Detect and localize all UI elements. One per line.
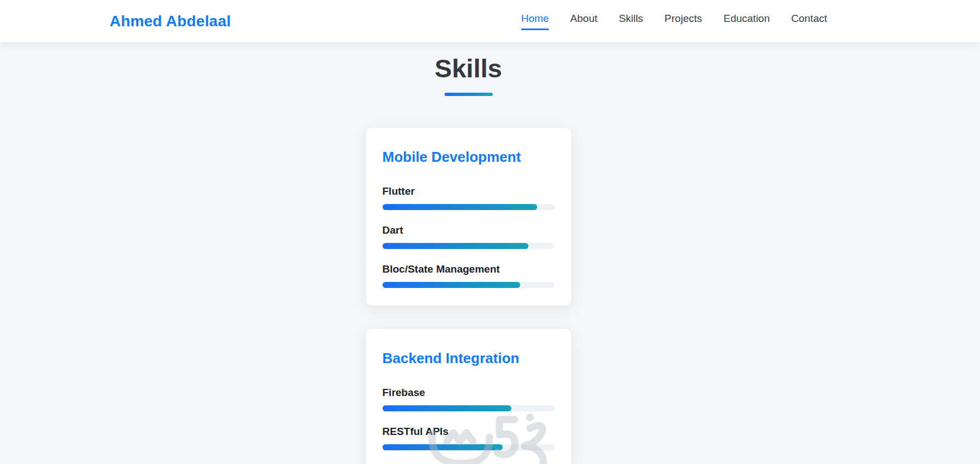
- nav-item-projects[interactable]: Projects: [664, 13, 702, 30]
- progress-fill: [383, 282, 520, 288]
- progress-track: [383, 204, 555, 210]
- header: Ahmed Abdelaal Home About Skills Project…: [0, 0, 980, 42]
- skill-row: Dart: [383, 224, 555, 249]
- progress-fill: [383, 444, 503, 450]
- main-nav: Home About Skills Projects Education Con…: [521, 13, 827, 30]
- progress-track: [383, 282, 555, 288]
- progress-fill: [383, 243, 529, 249]
- progress-fill: [383, 204, 538, 210]
- brand-logo[interactable]: Ahmed Abdelaal: [110, 13, 231, 30]
- skill-row: RESTful APIs: [383, 426, 555, 450]
- skill-label: Bloc/State Management: [383, 263, 555, 275]
- header-container: Ahmed Abdelaal Home About Skills Project…: [110, 0, 827, 42]
- skill-label: Firebase: [383, 387, 555, 399]
- skill-row: Firebase: [383, 387, 555, 411]
- nav-item-education[interactable]: Education: [723, 13, 770, 30]
- skill-label: RESTful APIs: [383, 426, 555, 438]
- nav-item-contact[interactable]: Contact: [791, 13, 827, 30]
- progress-track: [383, 405, 555, 411]
- card-title: Backend Integration: [383, 350, 555, 367]
- title-underline: [445, 93, 493, 96]
- progress-track: [383, 444, 555, 450]
- skill-row: Flutter: [383, 185, 555, 210]
- progress-track: [383, 243, 555, 249]
- skill-label: Flutter: [383, 185, 555, 197]
- progress-fill: [383, 405, 512, 411]
- skill-label: Dart: [383, 224, 555, 236]
- nav-item-home[interactable]: Home: [521, 13, 549, 30]
- card-title: Mobile Development: [383, 149, 555, 166]
- skill-card-backend-integration: Backend Integration Firebase RESTful API…: [366, 329, 571, 464]
- nav-item-about[interactable]: About: [570, 13, 597, 30]
- nav-item-skills[interactable]: Skills: [619, 13, 643, 30]
- skills-section: Skills Mobile Development Flutter Dart B…: [110, 54, 827, 464]
- page-title: Skills: [110, 54, 827, 83]
- skill-card-mobile-development: Mobile Development Flutter Dart Bloc/Sta…: [366, 128, 571, 305]
- skill-row: Bloc/State Management: [383, 263, 555, 288]
